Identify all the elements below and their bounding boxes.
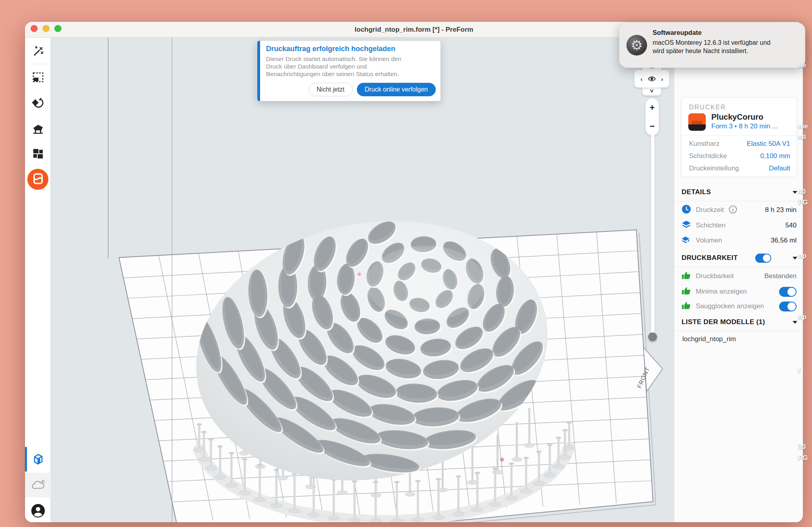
selection-size-icon [32,72,44,84]
layout-tool-button[interactable] [25,141,51,166]
supports-icon [32,122,44,134]
dialog-body: Dieser Druck startet automatisch. Sie kö… [266,55,401,78]
details-header[interactable]: DETAILS [682,186,797,198]
thumbs-up-icon [682,301,691,312]
dashboard-connect-button[interactable] [25,473,51,497]
build-scene: FRONT [51,38,674,522]
track-print-online-button[interactable]: Druck online verfolgen [357,83,436,96]
rotate-left-button[interactable]: ‹ [638,75,645,83]
show-cups-toggle[interactable] [779,302,797,311]
zoom-control: + − [645,98,659,136]
rotate-icon [32,97,44,109]
preform-window: lochgrid_ntop_rim.form [*] - PreForm [25,22,803,522]
layer-slider-track[interactable] [651,131,655,337]
cube-icon [32,453,44,466]
show-cups-row: Saugglocken anzeigen [682,300,797,313]
system-preferences-gear-icon: ⚙ [626,35,647,55]
printer-section-label: DRUCKER [689,104,726,111]
notification-body: macOS Monterey 12.6.3 ist verfügbar und … [653,38,770,55]
user-avatar-icon [31,503,46,518]
reset-view-eye-icon[interactable] [648,75,656,83]
printability-status-row: Druckbarkeit Bestanden [682,269,797,283]
printer-name: PluckyCoruro [711,113,763,122]
desktop-file-label-fragment: PG [798,454,808,462]
one-click-print-button[interactable] [25,39,51,64]
desktop-file-label-fragment: me [798,122,808,130]
printer-card[interactable]: DRUCKER PluckyCoruro Form 3 • 8 h 20 min… [681,97,797,177]
desktop-file-label-fragment: op [798,313,806,321]
account-button[interactable] [25,498,51,522]
printer-status-link[interactable]: Form 3 • 8 h 20 min ... [711,122,778,130]
software-update-notification[interactable]: ⚙ Softwareupdate macOS Monterey 12.6.3 i… [619,23,805,68]
desktop: { "window": { "title": "lochgrid_ntop_ri… [0,0,812,527]
viewport-3d[interactable]: FRONT ˄ ˅ ‹ › + − [51,38,674,522]
dialog-buttons: Nicht jetzt Druck online verfolgen [308,83,436,96]
form3-printer-icon [688,113,706,131]
volume-row: Volumen 36,56 ml [682,234,797,247]
dialog-title: Druckauftrag erfolgreich hochgeladen [266,45,395,53]
magic-wand-icon [32,46,44,57]
model-list-item[interactable]: lochgrid_ntop_rim [682,332,797,346]
resin-label: Kunstharz [689,140,720,148]
dialog-accent-bar [257,41,260,101]
thumbs-up-icon [682,271,691,282]
close-window-button[interactable] [31,25,38,32]
layers-icon [682,220,691,231]
right-sidebar: DRUCKER PluckyCoruro Form 3 • 8 h 20 min… [674,38,803,522]
not-now-button[interactable]: Nicht jetzt [308,83,353,96]
chevron-down-icon[interactable] [793,257,797,260]
zoom-out-button[interactable]: − [650,122,655,131]
print-setting-label: Druckeinstellung [689,164,739,172]
info-icon[interactable] [729,205,737,215]
rotate-right-button[interactable]: › [658,75,666,83]
model-list-header[interactable]: LISTE DER MODELLE (1) [682,316,797,328]
model-view-button[interactable] [25,447,51,472]
show-minima-row: Minima anzeigen [682,285,797,298]
volume-icon [682,235,691,246]
traffic-lights [31,25,61,32]
toolbar-separator [28,64,47,64]
chevron-down-icon[interactable] [793,321,797,324]
desktop-file-label-fragment: f [798,367,801,375]
rotate-down-button[interactable]: ˅ [648,87,656,95]
desktop-file-label-fragment: 40 [798,188,806,196]
printability-master-toggle[interactable] [755,254,771,263]
clock-icon [682,204,691,216]
card-divider [681,136,797,136]
show-minima-toggle[interactable] [779,287,797,297]
supports-tool-button[interactable] [25,116,51,141]
print-time-row: Druckzeit 8 h 23 min [682,203,797,217]
desktop-file-label-fragment: op [798,252,806,260]
thumbs-up-icon [682,286,691,297]
desktop-file-label-fragment: de [798,61,806,69]
layers-row: Schichten 540 [682,219,797,232]
resin-row: Kunstharz Elastic 50A V1 [689,138,790,150]
printability-status-value: Bestanden [764,272,797,280]
printer-icon [32,173,44,186]
orient-tool-button[interactable] [25,91,51,115]
left-toolbar [25,38,51,522]
notification-title: Softwareupdate [653,29,702,36]
cloud-icon [31,479,45,491]
print-setting-row: Druckeinstellung Default [689,162,790,174]
upload-success-dialog: Druckauftrag erfolgreich hochgeladen Die… [257,41,440,101]
upload-print-button[interactable] [27,169,48,190]
fullscreen-window-button[interactable] [54,25,61,32]
print-setting-value[interactable]: Default [769,164,790,172]
layer-slider-handle[interactable] [648,332,657,341]
desktop-file-label-fragment: stl [798,133,806,141]
layout-grid-icon [32,148,44,160]
desktop-file-label-fragment: PG [798,199,808,206]
layer-thickness-value[interactable]: 0,100 mm [760,152,790,160]
resin-value[interactable]: Elastic 50A V1 [747,140,790,148]
size-tool-button[interactable] [25,65,51,90]
layer-thickness-label: Schichtdicke [689,152,727,160]
chevron-down-icon[interactable] [793,191,797,194]
window-title: lochgrid_ntop_rim.form [*] - PreForm [354,26,473,34]
zoom-in-button[interactable]: + [650,103,655,112]
minimize-window-button[interactable] [42,25,50,32]
printability-header[interactable]: DRUCKBARKEIT [682,252,797,264]
layer-thickness-row: Schichtdicke 0,100 mm [689,150,790,162]
desktop-file-label-fragment: 30 [798,443,806,451]
